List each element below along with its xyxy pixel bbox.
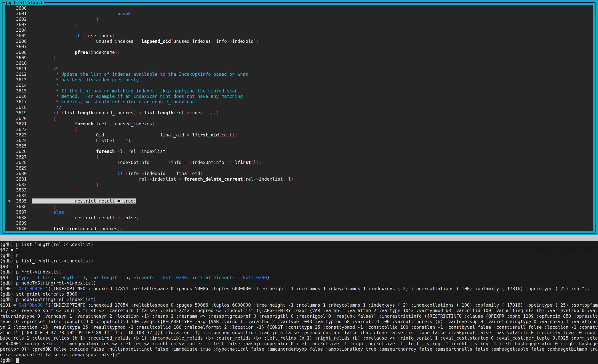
code-token: ( (171, 39, 174, 44)
code-token (32, 83, 53, 88)
code-token: { (53, 116, 56, 121)
code-token: * (125, 138, 128, 143)
code-token: } (75, 187, 77, 193)
source-line: 3629 (0, 165, 598, 171)
source-window-border-top (0, 0, 598, 5)
code-token: indexoid (144, 171, 168, 176)
code-token (32, 88, 53, 93)
code-token: IndexOptInfo (192, 160, 227, 165)
code-token: -> (227, 39, 232, 44)
code-token: final_oid (174, 171, 200, 176)
code-token: -> (136, 149, 141, 154)
code-token: ( (125, 171, 128, 176)
code-token: ( (88, 50, 91, 55)
code-token: l (254, 160, 256, 165)
gdb-status-bar: multi-thre Thread 0x7f4e19a137 In: restr… (0, 235, 598, 241)
source-line-code: ListCell *l; (32, 138, 133, 143)
code-token: * indexes, we should not enforce an enab… (53, 99, 198, 104)
source-line-code: IndexOptInfo *info = (IndexOptInfo *) lf… (32, 160, 262, 165)
source-line-code: } (32, 22, 77, 27)
status-line-pc-info: L3635 PC: 0x7f4e19736cf1 (532, 246, 596, 251)
code-token (32, 121, 75, 126)
source-window-border-bottom (0, 231, 598, 235)
code-token (80, 33, 83, 38)
code-token: foreach (96, 149, 115, 154)
source-line-code: } (32, 17, 99, 22)
code-token: cell (99, 121, 109, 126)
code-token: } (96, 182, 99, 187)
code-token: 0x1f0b440 (19, 286, 43, 291)
code-token: ( (219, 132, 222, 138)
code-token: lfirst_oid (192, 132, 219, 138)
code-token: ( (117, 149, 120, 154)
code-token (139, 39, 141, 44)
code-token (32, 187, 75, 193)
code-token: alue 15 [ 60 0 0 0 37 78 105 99 107 89 1… (0, 330, 598, 335)
code-token: ; (131, 11, 133, 16)
code-token: ; (131, 138, 133, 143)
code-token: (! (83, 33, 88, 38)
code-token: info (213, 39, 227, 44)
code-token: , (211, 39, 214, 44)
terminal-cursor[interactable] (16, 358, 19, 363)
source-line-code: * If the hint has no matching indexes, s… (32, 88, 238, 93)
source-line: 3611 /* (0, 66, 598, 72)
code-token (32, 11, 117, 16)
source-line: 3627 { (0, 154, 598, 160)
code-token: l (128, 138, 131, 143)
console-line: $99 = {type = T_List, length = 1, max_le… (0, 275, 598, 280)
source-line-code: list_free(unused_indexes); (32, 226, 123, 231)
code-token: * (168, 160, 171, 165)
code-token: T_List (37, 275, 54, 280)
source-line: 3621 foreach (cell, unused_indexes) (0, 121, 598, 127)
source-line: 3607 (0, 44, 598, 49)
code-token: ); (254, 39, 259, 44)
source-line: 3632 } (0, 182, 598, 187)
code-token: rel (245, 177, 253, 182)
code-token: (gdb) p list_length(rel->indexlist) (0, 258, 93, 263)
gdb-console[interactable]: (gdb) p list_length(rel->indexlist)$97 =… (0, 241, 598, 364)
code-token (32, 182, 96, 187)
console-line: c 0.0001 :outer_selec -1 :mergeopfamilie… (0, 341, 598, 346)
code-token: else (53, 210, 64, 215)
console-line: returningtype 0 :varnosyn 1 :varattnosyn… (0, 313, 598, 319)
source-line-code: * indexes, we should not enforce an enab… (32, 99, 198, 104)
code-token: } (96, 17, 99, 22)
source-line: 3600 (0, 5, 598, 11)
code-token: rel (176, 110, 184, 115)
code-token: list_length (144, 110, 174, 115)
console-line: yn 2 :location -1} :resulttype 25 :resul… (0, 324, 598, 330)
code-token (32, 66, 53, 71)
console-line: alue 15 [ 60 0 0 0 37 78 105 99 107 89 1… (0, 330, 598, 335)
code-token: *) (227, 160, 232, 165)
source-line-code: rel->indexlist = foreach_delete_current(… (32, 177, 296, 182)
code-token (93, 121, 96, 126)
code-token: (gdb) p nodeToString(rel->indexlist) (0, 297, 96, 302)
source-line-code: /* (32, 66, 59, 71)
console-line: (gdb) n (0, 253, 598, 258)
source-line-code: unused_indexes = lappend_oid(unused_inde… (32, 39, 259, 44)
code-token: = (187, 132, 190, 138)
source-line-code: { (32, 154, 99, 160)
current-execution-line: restrict_result = true; (32, 198, 136, 203)
code-token (32, 72, 53, 77)
code-token: (gdb) p *rel->indexlist (0, 269, 61, 275)
source-line: 3602 } (0, 16, 598, 22)
code-token: */ (53, 105, 61, 110)
code-token: } (75, 22, 77, 27)
code-token: ) (112, 33, 115, 38)
terminal-screen: pg_hint_plan.c 3600 3601 break; 3602 } 3… (0, 0, 598, 364)
code-token: -> (254, 177, 259, 182)
code-token: type 16 :opretset false :opcollid 0 :inp… (0, 319, 598, 324)
code-token: unused_indexes (112, 121, 152, 126)
code-token: "({INDEXOPTINFO :indexoid 17854 :reltabl… (43, 303, 598, 307)
console-prompt-line[interactable]: (gdb) (0, 357, 598, 363)
code-token (32, 154, 96, 160)
code-token: if (53, 110, 59, 115)
source-line-code: else (32, 210, 64, 215)
code-token: $101 = (0, 303, 19, 307)
code-token (141, 110, 144, 115)
code-token: { (75, 127, 77, 132)
source-line-code: } (32, 182, 99, 187)
source-code-area: 3600 3601 break; 3602 } 3603 } 3604 3605… (0, 5, 598, 231)
